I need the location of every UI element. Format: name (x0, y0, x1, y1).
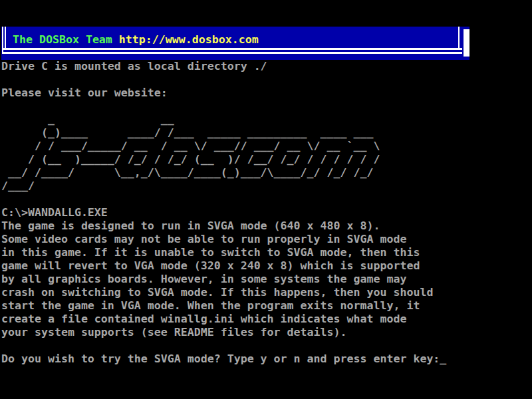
dosbox-url: http://www.dosbox.com (119, 33, 259, 46)
banner-border-right-inner (458, 27, 460, 50)
website-prompt-line: Please visit our website: (1, 86, 168, 100)
game-info-text: The game is designed to run in SVGA mode… (1, 219, 433, 339)
banner-border-bottom-top-line (2, 48, 462, 50)
dosbox-banner: The DOSBox Team http://www.dosbox.com (1, 27, 469, 60)
jsdos-ascii-logo: _ __ (_)____ ____/ /___ _____ _________ … (1, 113, 380, 193)
banner-border-right-outer (464, 29, 469, 57)
text-cursor[interactable]: _ (440, 352, 446, 365)
prompt-text: Do you wish to try the SVGA mode? Type y… (1, 352, 440, 365)
dosbox-screen: The DOSBox Team http://www.dosbox.com Dr… (0, 0, 532, 399)
command-line: C:\>WANDALLG.EXE (1, 206, 108, 219)
banner-text: The DOSBox Team http://www.dosbox.com (13, 33, 259, 47)
dos-display: The DOSBox Team http://www.dosbox.com Dr… (0, 27, 532, 367)
banner-border-bottom-line (2, 52, 462, 54)
banner-border-left-inner (5, 27, 6, 50)
dosbox-team-label: The DOSBox Team (13, 33, 119, 46)
mount-status-line: Drive C is mounted as local directory ./ (1, 60, 267, 73)
svga-mode-prompt[interactable]: Do you wish to try the SVGA mode? Type y… (1, 352, 446, 366)
